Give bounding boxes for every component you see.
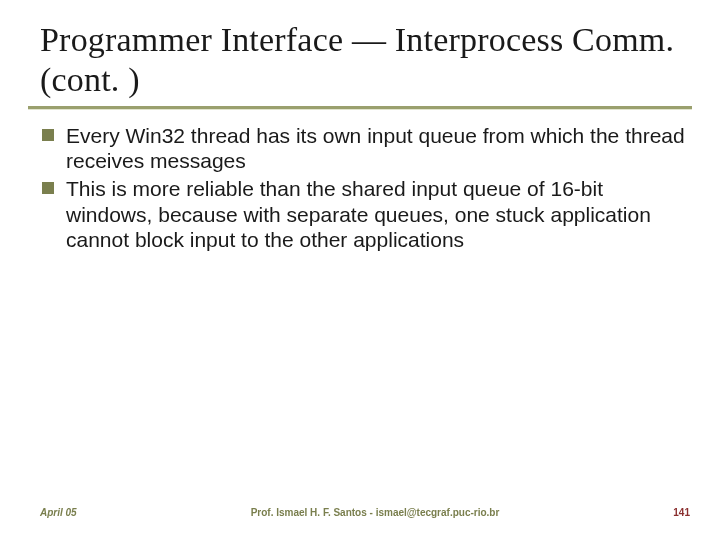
bullet-item: This is more reliable than the shared in… — [40, 176, 690, 253]
footer: April 05 Prof. Ismael H. F. Santos - ism… — [40, 507, 690, 518]
slide: Programmer Interface — Interprocess Comm… — [0, 0, 720, 540]
bullet-text: This is more reliable than the shared in… — [66, 177, 651, 251]
title-rule — [28, 106, 692, 109]
footer-page: 141 — [673, 507, 690, 518]
slide-title: Programmer Interface — Interprocess Comm… — [40, 20, 690, 100]
footer-author: Prof. Ismael H. F. Santos - ismael@tecgr… — [77, 507, 674, 518]
bullet-list: Every Win32 thread has its own input que… — [40, 123, 690, 253]
bullet-item: Every Win32 thread has its own input que… — [40, 123, 690, 174]
bullet-text: Every Win32 thread has its own input que… — [66, 124, 685, 173]
title-rule-wrap — [28, 106, 692, 109]
footer-date: April 05 — [40, 507, 77, 518]
